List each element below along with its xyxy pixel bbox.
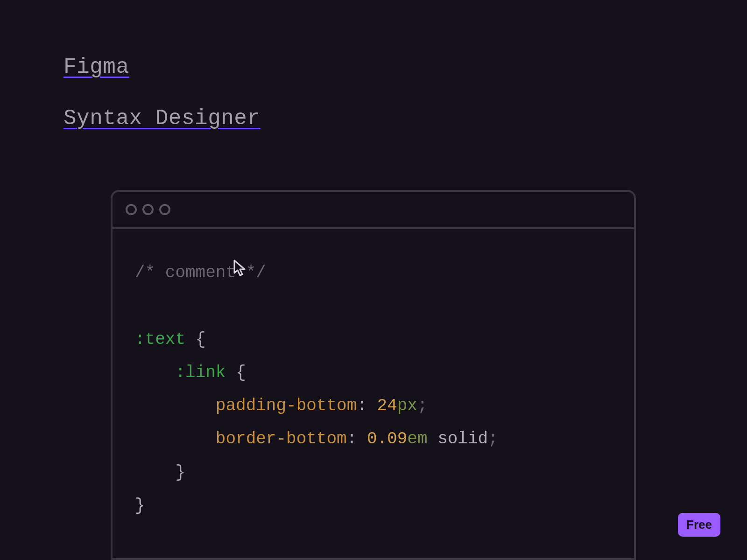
semicolon: ;: [417, 396, 428, 415]
number: 24: [377, 396, 397, 415]
brace-open: {: [196, 330, 206, 349]
code-editor[interactable]: /* comment */ :text { :link { padding-bo…: [113, 229, 634, 549]
figma-link[interactable]: Figma: [63, 55, 261, 79]
selector-link: :link: [175, 363, 226, 382]
colon: :: [347, 429, 357, 448]
space: [367, 396, 377, 415]
space: [428, 429, 438, 448]
space: [357, 429, 367, 448]
window-maximize-icon[interactable]: [159, 204, 170, 215]
indent: [135, 363, 175, 382]
value-solid: solid: [437, 429, 488, 448]
indent: [135, 429, 216, 448]
unit: em: [407, 429, 427, 448]
editor-window: /* comment */ :text { :link { padding-bo…: [111, 190, 636, 560]
semicolon: ;: [488, 429, 498, 448]
blank-line: [135, 289, 612, 322]
colon: :: [357, 396, 367, 415]
code-comment: /* comment */: [135, 263, 266, 282]
property-padding-bottom: padding-bottom: [216, 396, 357, 415]
space: [226, 363, 236, 382]
indent: [135, 396, 216, 415]
space: [185, 330, 196, 349]
free-badge[interactable]: Free: [678, 513, 720, 537]
number: 0.09: [367, 429, 407, 448]
brace-close: }: [135, 496, 145, 515]
property-border-bottom: border-bottom: [216, 429, 347, 448]
syntax-designer-link[interactable]: Syntax Designer: [63, 106, 261, 131]
window-close-icon[interactable]: [126, 204, 137, 215]
brace-close: }: [175, 463, 185, 482]
indent: [135, 463, 175, 482]
window-minimize-icon[interactable]: [142, 204, 154, 215]
editor-titlebar: [113, 192, 634, 229]
unit: px: [397, 396, 417, 415]
brace-open: {: [236, 363, 246, 382]
selector-text: :text: [135, 330, 185, 349]
